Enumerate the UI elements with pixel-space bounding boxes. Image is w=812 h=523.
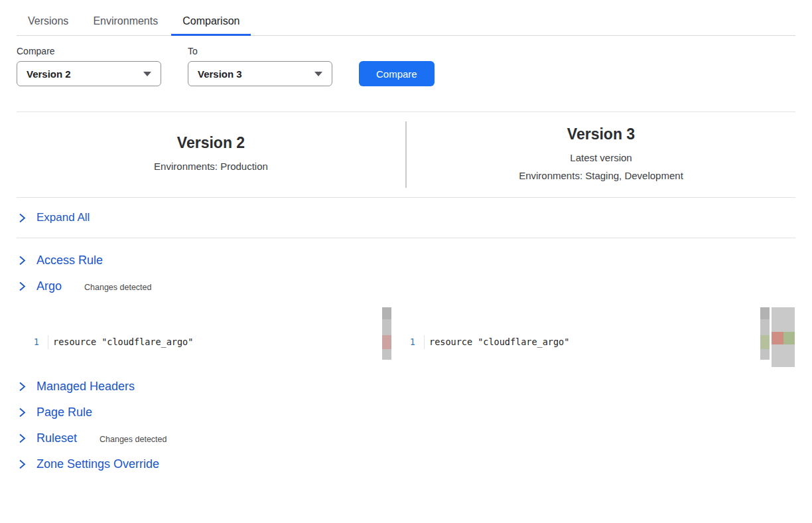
section-label: Zone Settings Override xyxy=(36,457,159,471)
version-header-right: Version 3 Latest version Environments: S… xyxy=(407,125,795,185)
tab-environments[interactable]: Environments xyxy=(82,10,169,35)
to-field: To Version 3 xyxy=(188,46,332,86)
comparison-page: Versions Environments Comparison Compare… xyxy=(0,0,812,477)
line-number: 1 xyxy=(393,335,415,349)
compare-button[interactable]: Compare xyxy=(359,61,435,86)
right-version-environments: Environments: Staging, Development xyxy=(407,167,795,185)
section-label: Access Rule xyxy=(36,254,103,267)
section-argo[interactable]: Argo Changes detected xyxy=(17,273,795,299)
code-text: resource "cloudflare_argo" xyxy=(424,335,770,349)
to-version-value: Version 3 xyxy=(198,68,242,80)
right-version-title: Version 3 xyxy=(407,125,795,143)
sections-list: Access Rule Argo Changes detected 1 reso… xyxy=(17,248,795,477)
section-label: Ruleset xyxy=(36,431,77,445)
section-access-rule[interactable]: Access Rule xyxy=(17,248,795,273)
diff-line: 1 resource "cloudflare_argo" xyxy=(17,335,391,349)
tab-comparison[interactable]: Comparison xyxy=(171,10,251,36)
diff-pane-left[interactable]: 1 resource "cloudflare_argo" "terraform_… xyxy=(17,307,391,364)
right-version-latest: Latest version xyxy=(407,149,795,167)
tab-bar: Versions Environments Comparison xyxy=(17,0,795,36)
minimap-added-mark xyxy=(783,332,795,344)
expand-all-label: Expand All xyxy=(36,211,90,224)
diff-line: 1 resource "cloudflare_argo" xyxy=(393,335,770,349)
compare-label: Compare xyxy=(17,46,161,56)
to-version-select[interactable]: Version 3 xyxy=(188,61,332,86)
diff-minimap[interactable] xyxy=(772,307,795,367)
section-ruleset[interactable]: Ruleset Changes detected xyxy=(17,425,795,451)
compare-version-value: Version 2 xyxy=(27,68,71,80)
chevron-right-icon xyxy=(19,382,26,392)
section-label: Argo xyxy=(36,279,62,293)
compare-form: Compare Version 2 To Version 3 Compare xyxy=(17,46,795,86)
caret-down-icon xyxy=(143,72,151,76)
right-pane-scrollbar[interactable] xyxy=(760,307,770,360)
changes-detected-badge: Changes detected xyxy=(84,281,151,292)
compare-version-select[interactable]: Version 2 xyxy=(17,61,161,86)
caret-down-icon xyxy=(314,72,322,76)
version-header-left: Version 2 Environments: Production xyxy=(17,134,405,175)
diff-pane-right[interactable]: 1 resource "cloudflare_argo" "terraform_… xyxy=(393,307,770,364)
expand-all-button[interactable]: Expand All xyxy=(17,198,795,238)
scrollbar-thumb[interactable] xyxy=(382,307,391,319)
changes-detected-badge: Changes detected xyxy=(100,433,167,444)
chevron-right-icon xyxy=(19,256,26,265)
scrollbar-thumb[interactable] xyxy=(760,307,770,319)
tab-versions[interactable]: Versions xyxy=(17,10,80,35)
minimap-removed-mark xyxy=(772,332,783,344)
section-managed-headers[interactable]: Managed Headers xyxy=(17,374,795,400)
compare-field: Compare Version 2 xyxy=(17,46,161,86)
diff-marker xyxy=(415,335,424,349)
left-version-environments: Environments: Production xyxy=(17,157,405,175)
section-label: Page Rule xyxy=(36,406,92,419)
argo-diff: 1 resource "cloudflare_argo" "terraform_… xyxy=(17,307,795,367)
to-label: To xyxy=(188,46,332,56)
diff-marker xyxy=(39,335,48,349)
left-pane-scrollbar[interactable] xyxy=(382,307,391,360)
version-headers: Version 2 Environments: Production Versi… xyxy=(17,112,795,197)
chevron-right-icon xyxy=(19,281,26,291)
chevron-right-icon xyxy=(19,408,26,417)
scrollbar-removed-band xyxy=(382,335,391,349)
code-text: resource "cloudflare_argo" xyxy=(48,335,391,349)
divider xyxy=(17,238,795,238)
chevron-right-icon xyxy=(19,213,26,223)
chevron-right-icon xyxy=(19,433,26,443)
left-version-title: Version 2 xyxy=(17,134,405,152)
section-label: Managed Headers xyxy=(36,380,135,394)
section-zone-settings-override[interactable]: Zone Settings Override xyxy=(17,451,795,477)
chevron-right-icon xyxy=(19,459,26,469)
section-page-rule[interactable]: Page Rule xyxy=(17,400,795,425)
line-number: 1 xyxy=(17,335,39,349)
scrollbar-added-band xyxy=(760,335,770,349)
